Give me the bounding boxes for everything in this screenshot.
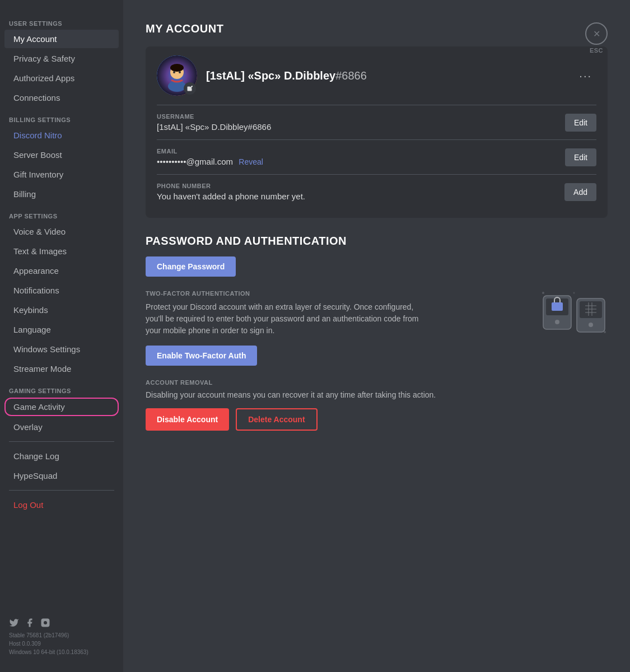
sidebar-item-billing[interactable]: Billing [4, 185, 119, 203]
account-removal-label: ACCOUNT REMOVAL [146, 379, 608, 386]
esc-symbol: ✕ [593, 29, 600, 39]
page-title: MY ACCOUNT [146, 22, 608, 35]
sidebar-item-label: Discord Nitro [13, 130, 62, 140]
sidebar-item-my-account[interactable]: My Account [4, 30, 119, 48]
svg-point-6 [173, 71, 175, 73]
sidebar-item-gift-inventory[interactable]: Gift Inventory [4, 165, 119, 184]
sidebar-item-label: My Account [13, 34, 57, 44]
username-label: USERNAME [157, 113, 271, 120]
change-password-button[interactable]: Change Password [146, 256, 236, 277]
ellipsis-menu-button[interactable]: ··· [575, 67, 596, 85]
sidebar-item-label: Gift Inventory [13, 170, 63, 179]
sidebar-item-keybinds[interactable]: Keybinds [4, 301, 119, 319]
disable-account-button[interactable]: Disable Account [146, 408, 229, 431]
username-value: [1stAL] «Spc» D.Dibbley#6866 [157, 122, 271, 132]
sidebar-item-notifications[interactable]: Notifications [4, 281, 119, 300]
user-settings-label: User Settings [0, 11, 123, 29]
twitter-icon[interactable] [9, 618, 19, 628]
sidebar-item-label: Notifications [13, 286, 59, 295]
sidebar-item-label: Windows Settings [13, 344, 80, 354]
sidebar-item-discord-nitro[interactable]: Discord Nitro [4, 126, 119, 144]
email-edit-button[interactable]: Edit [565, 148, 596, 166]
username-edit-button[interactable]: Edit [565, 114, 596, 132]
sidebar-item-windows-settings[interactable]: Windows Settings [4, 340, 119, 358]
account-removal-description: Disabling your account means you can rec… [146, 390, 608, 399]
esc-circle[interactable]: ✕ [585, 22, 608, 45]
sidebar-item-streamer-mode[interactable]: Streamer Mode [4, 360, 119, 378]
email-label: EMAIL [157, 148, 263, 155]
username-field-row: USERNAME [1stAL] «Spc» D.Dibbley#6866 Ed… [157, 105, 596, 139]
email-value: ••••••••••@gmail.com Reveal [157, 157, 263, 166]
phone-label: PHONE NUMBER [157, 183, 305, 189]
sidebar-item-label: Overlay [13, 422, 43, 432]
sidebar-item-authorized-apps[interactable]: Authorized Apps [4, 69, 119, 87]
account-removal-section: ACCOUNT REMOVAL Disabling your account m… [146, 379, 608, 431]
build-info: Stable 75681 (2b17496) Host 0.0.309 Wind… [9, 631, 114, 656]
sidebar-item-server-boost[interactable]: Server Boost [4, 146, 119, 164]
sidebar-item-change-log[interactable]: Change Log [4, 447, 119, 465]
two-factor-label: TWO-FACTOR AUTHENTICATION [146, 290, 529, 297]
phone-add-button[interactable]: Add [564, 183, 596, 201]
sidebar-divider-2 [9, 490, 114, 491]
sidebar-item-hypesquad[interactable]: HypeSquad [4, 466, 119, 485]
sidebar-item-label: Billing [13, 189, 36, 199]
instagram-icon[interactable] [40, 618, 50, 628]
svg-point-7 [179, 71, 181, 73]
two-factor-section: TWO-FACTOR AUTHENTICATION Protect your D… [146, 290, 608, 366]
billing-settings-label: Billing Settings [0, 108, 123, 125]
sidebar-item-voice-video[interactable]: Voice & Video [4, 222, 119, 241]
two-factor-description: Protect your Discord account with an ext… [146, 301, 426, 337]
svg-point-10 [555, 320, 559, 324]
sidebar-item-label: Connections [13, 93, 60, 102]
tfa-svg [540, 290, 608, 335]
delete-account-button[interactable]: Delete Account [236, 408, 317, 431]
email-reveal-link[interactable]: Reveal [239, 157, 263, 166]
svg-point-21 [604, 331, 606, 333]
app-settings-label: App Settings [0, 204, 123, 222]
profile-display-name: [1stAL] «Spc» D.Dibbley#6866 [206, 69, 575, 82]
sidebar-item-logout[interactable]: Log Out [4, 496, 119, 514]
esc-button[interactable]: ✕ ESC [585, 22, 608, 54]
sidebar-item-overlay[interactable]: Overlay [4, 418, 119, 436]
profile-card: [1stAL] «Spc» D.Dibbley#6866 ··· USERNAM… [146, 46, 608, 218]
avatar-edit-icon[interactable] [184, 82, 196, 95]
email-field: EMAIL ••••••••••@gmail.com Reveal [157, 148, 263, 166]
gaming-settings-label: Gaming Settings [0, 379, 123, 396]
enable-2fa-button[interactable]: Enable Two-Factor Auth [146, 346, 257, 366]
password-auth-section: PASSWORD AND AUTHENTICATION Change Passw… [146, 235, 608, 366]
sidebar-item-language[interactable]: Language [4, 320, 119, 339]
two-factor-illustration [540, 290, 608, 337]
svg-point-5 [170, 64, 184, 72]
sidebar-divider [9, 441, 114, 442]
sidebar-item-label: Keybinds [13, 305, 48, 315]
main-content: ✕ ESC MY ACCOUNT [123, 0, 630, 672]
password-auth-title: PASSWORD AND AUTHENTICATION [146, 235, 608, 248]
sidebar: User Settings My Account Privacy & Safet… [0, 0, 123, 672]
sidebar-footer: Stable 75681 (2b17496) Host 0.0.309 Wind… [0, 613, 123, 661]
discriminator: #6866 [335, 69, 367, 82]
sidebar-item-label: HypeSquad [13, 471, 57, 480]
facebook-icon[interactable] [25, 618, 35, 628]
sidebar-item-label: Privacy & Safety [13, 54, 75, 63]
email-field-row: EMAIL ••••••••••@gmail.com Reveal Edit [157, 139, 596, 174]
phone-field: PHONE NUMBER You haven't added a phone n… [157, 183, 305, 201]
sidebar-item-label: Text & Images [13, 246, 67, 256]
sidebar-item-game-activity[interactable]: Game Activity [4, 398, 119, 416]
sidebar-item-appearance[interactable]: Appearance [4, 262, 119, 280]
svg-point-22 [573, 292, 575, 294]
sidebar-item-privacy-safety[interactable]: Privacy & Safety [4, 49, 119, 68]
sidebar-item-label: Streamer Mode [13, 364, 71, 374]
sidebar-item-label: Server Boost [13, 150, 62, 160]
two-factor-text: TWO-FACTOR AUTHENTICATION Protect your D… [146, 290, 529, 366]
svg-rect-11 [552, 302, 563, 311]
esc-label: ESC [590, 47, 603, 54]
username-field: USERNAME [1stAL] «Spc» D.Dibbley#6866 [157, 113, 271, 132]
sidebar-item-label: Appearance [13, 266, 59, 276]
sidebar-item-label: Voice & Video [13, 227, 66, 236]
avatar-wrapper [157, 55, 197, 96]
sidebar-item-label: Game Activity [13, 402, 65, 412]
svg-point-14 [589, 323, 593, 327]
sidebar-item-connections[interactable]: Connections [4, 88, 119, 107]
sidebar-item-label: Change Log [13, 451, 59, 461]
sidebar-item-text-images[interactable]: Text & Images [4, 242, 119, 260]
